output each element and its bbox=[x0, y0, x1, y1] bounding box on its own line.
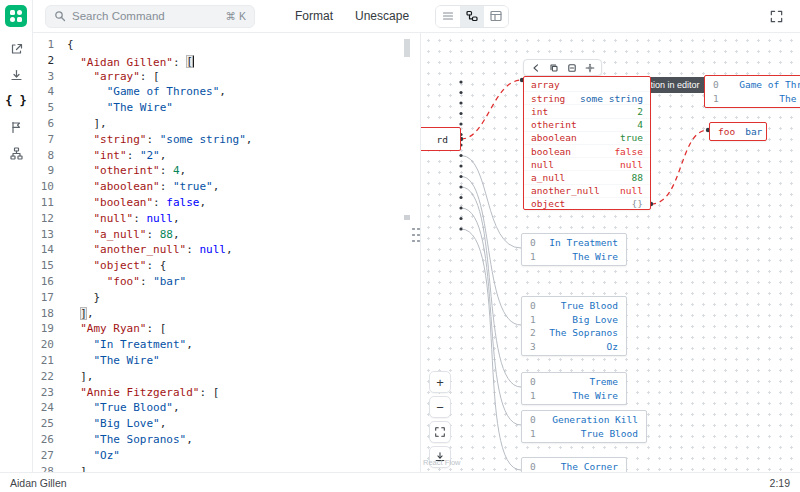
fullscreen-button[interactable] bbox=[764, 4, 788, 28]
editor-line[interactable]: 14 "another_null": null, bbox=[33, 242, 420, 258]
node-row[interactable]: int2 bbox=[524, 104, 650, 117]
node-row[interactable]: 3Oz bbox=[522, 340, 626, 354]
node-key: foo bbox=[718, 126, 735, 137]
topbar: Search Command ⌘ K Format Unescape bbox=[33, 0, 800, 33]
line-number: 4 bbox=[33, 84, 67, 100]
editor-line[interactable]: 26 "The Sopranos", bbox=[33, 432, 420, 448]
node-row[interactable]: object{} bbox=[524, 197, 650, 210]
line-number: 19 bbox=[33, 321, 67, 337]
back-button[interactable] bbox=[528, 61, 543, 74]
node-row[interactable]: 0The Corner bbox=[522, 460, 626, 472]
collapse-button[interactable] bbox=[564, 61, 579, 74]
node-row[interactable]: 2The Sopranos bbox=[522, 326, 626, 340]
editor-line[interactable]: 6 ], bbox=[33, 116, 420, 132]
code-text: "aboolean": "true", bbox=[67, 179, 420, 195]
json-editor[interactable]: 1{2 "Aidan Gillen": [3 "array": [4 "Game… bbox=[33, 33, 420, 472]
search-command-input[interactable]: Search Command ⌘ K bbox=[45, 5, 255, 28]
editor-line[interactable]: 28 ], bbox=[33, 464, 420, 472]
node-row[interactable]: a_null88 bbox=[524, 170, 650, 183]
list-node[interactable]: 0True Blood1Big Love2The Sopranos3Oz bbox=[521, 296, 627, 356]
list-node[interactable]: 0Treme1The Wire bbox=[521, 372, 627, 405]
node-row[interactable]: 0Treme bbox=[522, 375, 626, 389]
graph-canvas[interactable]: rd bbox=[420, 33, 800, 472]
zoom-out-button[interactable]: − bbox=[429, 396, 451, 418]
editor-line[interactable]: 13 "a_null": 88, bbox=[33, 227, 420, 243]
format-button[interactable]: Format bbox=[295, 9, 333, 23]
editor-line[interactable]: 23 "Annie Fitzgerald": [ bbox=[33, 385, 420, 401]
editor-line[interactable]: 27 "Oz" bbox=[33, 448, 420, 464]
node-row[interactable]: 1The Wire bbox=[522, 389, 626, 403]
node-row[interactable]: otherint4 bbox=[524, 118, 650, 131]
editor-line[interactable]: 7 "string": "some string", bbox=[33, 132, 420, 148]
copy-button[interactable] bbox=[546, 61, 561, 74]
panel-resize-handle[interactable] bbox=[411, 226, 421, 244]
editor-line[interactable]: 21 "The Wire" bbox=[33, 353, 420, 369]
editor-line[interactable]: 4 "Game of Thrones", bbox=[33, 84, 420, 100]
unescape-button[interactable]: Unescape bbox=[355, 9, 409, 23]
parent-node-clipped[interactable]: rd bbox=[420, 127, 461, 151]
editor-line[interactable]: 20 "In Treatment", bbox=[33, 337, 420, 353]
editor-line[interactable]: 3 "array": [ bbox=[33, 69, 420, 85]
array-index: 1 bbox=[530, 428, 540, 439]
editor-scrollbar-thumb[interactable] bbox=[404, 39, 410, 57]
zoom-in-button[interactable]: + bbox=[429, 371, 451, 393]
editor-line[interactable]: 2 "Aidan Gillen": [ bbox=[33, 53, 420, 69]
collapse-icon bbox=[567, 63, 577, 73]
node-row[interactable]: array bbox=[524, 78, 650, 91]
table-view-button[interactable] bbox=[484, 6, 508, 27]
code-text: "True Blood", bbox=[67, 400, 420, 416]
json-view-button[interactable]: { } bbox=[3, 88, 29, 114]
array-node[interactable]: 0Game of Thrones1The Wire bbox=[704, 75, 800, 108]
editor-line[interactable]: 18 ], bbox=[33, 306, 420, 322]
object-node[interactable]: foo bar bbox=[709, 122, 767, 141]
node-row[interactable]: 1Big Love bbox=[522, 313, 626, 327]
flow-view-button[interactable] bbox=[460, 6, 484, 27]
node-key: array bbox=[531, 79, 560, 90]
app-logo[interactable] bbox=[5, 5, 27, 27]
list-node[interactable]: 0In Treatment1The Wire bbox=[521, 233, 627, 266]
download-button[interactable] bbox=[3, 62, 29, 88]
editor-line[interactable]: 12 "null": null, bbox=[33, 211, 420, 227]
node-row[interactable]: stringsome string bbox=[524, 91, 650, 104]
rows-view-button[interactable] bbox=[436, 6, 460, 27]
node-row[interactable]: 1The Wire bbox=[522, 250, 626, 264]
node-row[interactable]: 0Game of Thrones bbox=[705, 78, 800, 92]
selected-node[interactable]: arraystringsome stringint2otherint4abool… bbox=[523, 76, 651, 210]
node-row[interactable]: 0Generation Kill bbox=[522, 413, 646, 427]
node-row[interactable]: 0In Treatment bbox=[522, 236, 626, 250]
editor-line[interactable]: 16 "foo": "bar" bbox=[33, 274, 420, 290]
node-row[interactable]: abooleantrue bbox=[524, 131, 650, 144]
list-node[interactable]: 0The Corner bbox=[521, 457, 627, 472]
node-row[interactable]: nullnull bbox=[524, 157, 650, 170]
editor-line[interactable]: 17 } bbox=[33, 290, 420, 306]
edge bbox=[461, 156, 521, 249]
editor-line[interactable]: 9 "otherint": 4, bbox=[33, 163, 420, 179]
reveal-position-button[interactable] bbox=[582, 61, 597, 74]
editor-line[interactable]: 11 "boolean": false, bbox=[33, 195, 420, 211]
list-node[interactable]: 0Generation Kill1True Blood bbox=[521, 410, 647, 443]
array-index: 0 bbox=[713, 79, 723, 90]
icon-sidebar: { } bbox=[0, 0, 33, 472]
editor-line[interactable]: 8 "int": "2", bbox=[33, 148, 420, 164]
tools-button[interactable] bbox=[3, 114, 29, 140]
editor-line[interactable]: 10 "aboolean": "true", bbox=[33, 179, 420, 195]
node-row[interactable]: 1The Wire bbox=[705, 92, 800, 106]
node-row[interactable]: another_nullnull bbox=[524, 184, 650, 197]
node-row[interactable]: 0True Blood bbox=[522, 299, 626, 313]
node-row[interactable]: 1True Blood bbox=[522, 427, 646, 441]
code-text: "boolean": false, bbox=[67, 195, 420, 211]
editor-line[interactable]: 19 "Amy Ryan": [ bbox=[33, 321, 420, 337]
editor-line[interactable]: 22 ], bbox=[33, 369, 420, 385]
hierarchy-button[interactable] bbox=[3, 140, 29, 166]
editor-line[interactable]: 15 "object": { bbox=[33, 258, 420, 274]
editor-line[interactable]: 1{ bbox=[33, 37, 420, 53]
export-button[interactable] bbox=[3, 36, 29, 62]
editor-line[interactable]: 25 "Big Love", bbox=[33, 416, 420, 432]
node-row[interactable]: booleanfalse bbox=[524, 144, 650, 157]
edge-selected bbox=[651, 130, 708, 204]
fit-view-button[interactable] bbox=[429, 421, 451, 443]
editor-line[interactable]: 5 "The Wire" bbox=[33, 100, 420, 116]
node-key: string bbox=[531, 93, 565, 104]
editor-line[interactable]: 24 "True Blood", bbox=[33, 400, 420, 416]
line-number: 15 bbox=[33, 258, 67, 274]
